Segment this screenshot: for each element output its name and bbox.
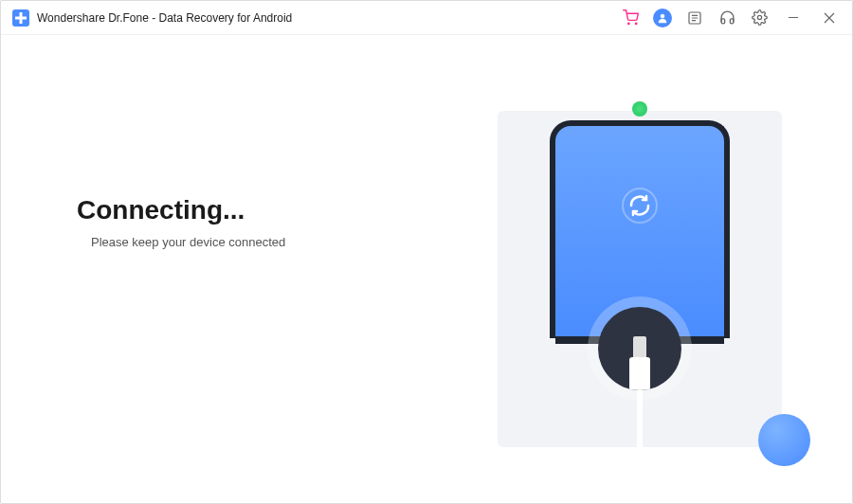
- app-title: Wondershare Dr.Fone - Data Recovery for …: [37, 11, 292, 25]
- usb-connector: [629, 336, 650, 390]
- titlebar-left: Wondershare Dr.Fone - Data Recovery for …: [12, 9, 292, 27]
- sync-icon: [622, 188, 658, 224]
- svg-point-0: [627, 23, 628, 24]
- usb-cable: [637, 390, 643, 447]
- blue-ball-decoration: [758, 414, 810, 466]
- svg-point-1: [635, 23, 636, 24]
- app-logo: [12, 9, 29, 27]
- status-subtitle: Please keep your device connected: [91, 235, 426, 249]
- minimize-icon[interactable]: [782, 9, 805, 27]
- titlebar: Wondershare Dr.Fone - Data Recovery for …: [1, 1, 852, 35]
- status-panel: Connecting... Please keep your device co…: [1, 35, 426, 503]
- connector-circle: [598, 307, 681, 390]
- titlebar-right: [621, 9, 841, 27]
- illustration-bg: [498, 111, 782, 447]
- close-icon[interactable]: [818, 9, 841, 27]
- support-icon[interactable]: [717, 9, 736, 27]
- user-icon[interactable]: [653, 9, 672, 27]
- app-window: Wondershare Dr.Fone - Data Recovery for …: [0, 0, 853, 504]
- illustration-panel: [426, 35, 852, 503]
- content-area: Connecting... Please keep your device co…: [1, 35, 852, 503]
- cart-icon[interactable]: [621, 9, 640, 27]
- settings-icon[interactable]: [750, 9, 769, 27]
- feedback-icon[interactable]: [685, 9, 704, 27]
- svg-point-5: [623, 189, 657, 223]
- green-dot-decoration: [632, 101, 647, 117]
- svg-point-2: [661, 14, 664, 18]
- svg-point-4: [757, 15, 761, 19]
- status-title: Connecting...: [77, 195, 426, 225]
